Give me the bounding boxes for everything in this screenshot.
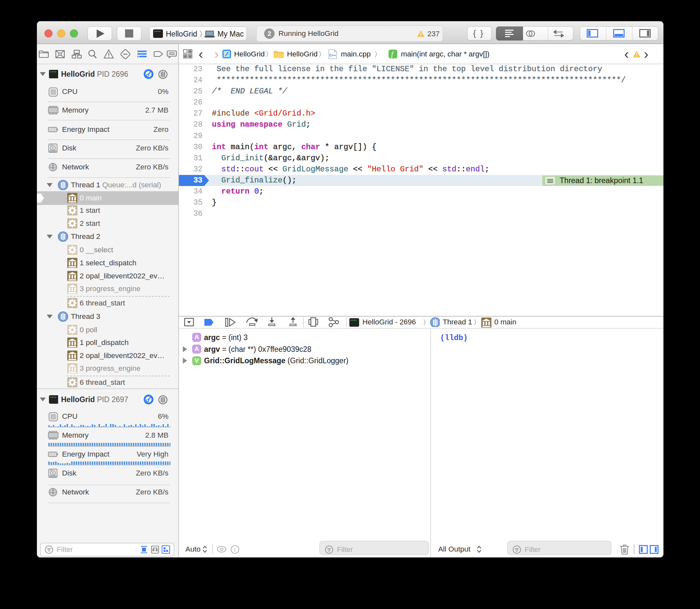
svg-text:i: i <box>234 547 236 553</box>
